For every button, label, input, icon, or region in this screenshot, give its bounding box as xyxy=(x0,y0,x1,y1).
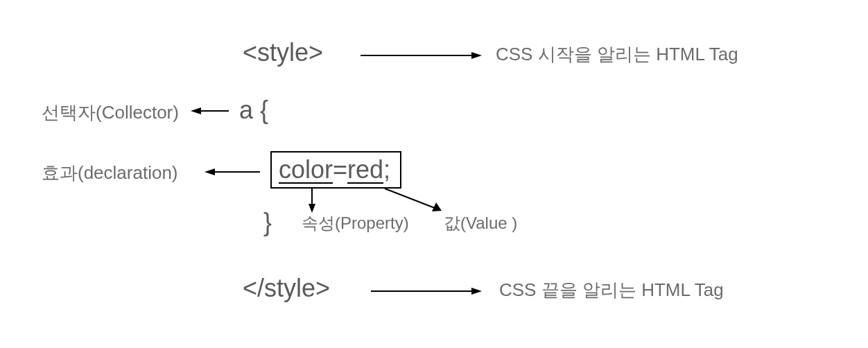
code-style-open: <style> xyxy=(243,38,323,67)
label-css-start: CSS 시작을 알리는 HTML Tag xyxy=(496,42,738,67)
arrow-selector xyxy=(191,107,229,114)
arrow-property xyxy=(305,189,326,213)
code-style-close: </style> xyxy=(243,274,330,303)
label-css-end: CSS 끝을 알리는 HTML Tag xyxy=(499,278,724,302)
arrow-declaration xyxy=(205,168,260,175)
arrow-style-open xyxy=(361,52,482,59)
code-value-text: red xyxy=(347,157,383,184)
label-selector: 선택자(Collector) xyxy=(42,101,179,125)
svg-marker-5 xyxy=(205,168,215,175)
svg-marker-1 xyxy=(471,52,482,59)
code-selector: a { xyxy=(239,96,268,125)
svg-marker-3 xyxy=(191,107,201,114)
label-value: 값(Value ) xyxy=(444,212,517,234)
code-declaration-box: color=red; xyxy=(270,151,401,189)
svg-line-8 xyxy=(385,189,435,208)
code-eq: = xyxy=(333,155,347,184)
code-close-brace: } xyxy=(263,208,272,237)
arrow-style-close xyxy=(371,288,482,295)
code-property-text: color xyxy=(279,157,333,184)
svg-marker-11 xyxy=(471,288,482,295)
label-declaration: 효과(declaration) xyxy=(42,161,178,185)
code-semicolon: ; xyxy=(383,155,390,184)
